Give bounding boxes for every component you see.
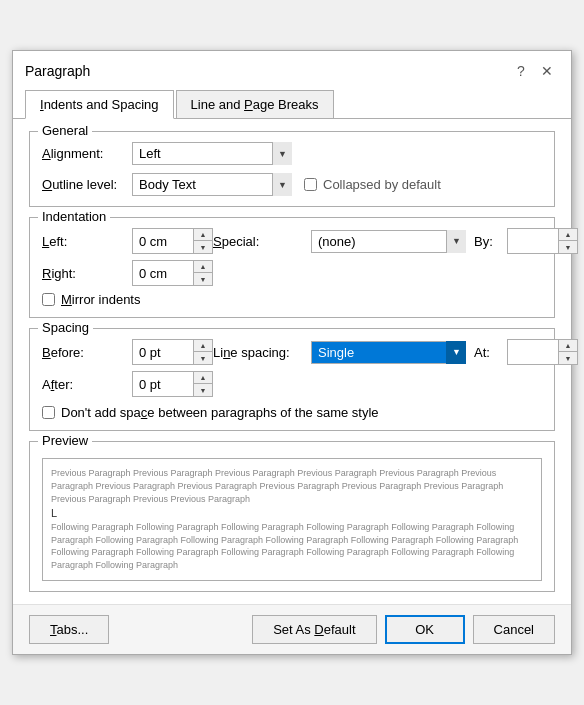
- dont-add-space-label: Don't add space between paragraphs of th…: [61, 405, 379, 420]
- indentation-grid: Left: ▲ ▼ Special: (none): [42, 228, 542, 286]
- dialog-content: General Alignment: Left Centered Right J…: [13, 119, 571, 603]
- indent-left-input[interactable]: [133, 229, 193, 253]
- indent-left-buttons: ▲ ▼: [193, 229, 212, 253]
- line-spacing-select-wrapper: Single 1.5 lines Double At least Exactly…: [311, 341, 466, 364]
- set-as-default-button[interactable]: Set As Default: [252, 615, 376, 644]
- general-title: General: [38, 123, 92, 138]
- alignment-select-wrapper: Left Centered Right Justified ▼: [132, 142, 292, 165]
- spacing-title: Spacing: [38, 320, 93, 335]
- tab-indents-spacing[interactable]: Indents and Spacing: [25, 90, 174, 119]
- spacing-section: Spacing Before: ▲ ▼ Line spacing:: [29, 328, 555, 431]
- spacing-before-up[interactable]: ▲: [194, 340, 212, 352]
- preview-title: Preview: [38, 433, 92, 448]
- spacing-after-up[interactable]: ▲: [194, 372, 212, 384]
- indentation-title: Indentation: [38, 209, 110, 224]
- at-buttons: ▲ ▼: [558, 340, 577, 364]
- outline-label: Outline level:: [42, 177, 132, 192]
- special-label: Special:: [213, 234, 303, 249]
- mirror-indents-label: Mirror indents: [61, 292, 140, 307]
- spacing-before-spinner: ▲ ▼: [132, 339, 213, 365]
- indent-left-down[interactable]: ▼: [194, 241, 212, 253]
- indent-left-up[interactable]: ▲: [194, 229, 212, 241]
- dialog-title: Paragraph: [25, 63, 90, 79]
- line-spacing-select[interactable]: Single 1.5 lines Double At least Exactly…: [311, 341, 466, 364]
- at-label: At:: [474, 345, 499, 360]
- line-spacing-row: Line spacing: Single 1.5 lines Double At…: [213, 339, 578, 365]
- spacing-before-row: Before: ▲ ▼: [42, 339, 213, 365]
- spacing-after-label: After:: [42, 377, 132, 392]
- tabs-row: Indents and Spacing Line and Page Breaks: [13, 89, 571, 119]
- indent-right-down[interactable]: ▼: [194, 273, 212, 285]
- preview-following-text: Following Paragraph Following Paragraph …: [51, 521, 533, 571]
- by-down[interactable]: ▼: [559, 241, 577, 253]
- general-section: General Alignment: Left Centered Right J…: [29, 131, 555, 207]
- title-bar-left: Paragraph: [25, 63, 90, 79]
- spacing-before-input[interactable]: [133, 340, 193, 364]
- line-spacing-label: Line spacing:: [213, 345, 303, 360]
- footer-buttons: Tabs... Set As Default OK Cancel: [13, 604, 571, 654]
- indent-right-up[interactable]: ▲: [194, 261, 212, 273]
- indent-right-spinner: ▲ ▼: [132, 260, 213, 286]
- close-button[interactable]: ✕: [535, 59, 559, 83]
- alignment-label: Alignment:: [42, 146, 132, 161]
- ok-button[interactable]: OK: [385, 615, 465, 644]
- preview-marker: L: [51, 507, 533, 519]
- indent-right-row: Right: ▲ ▼: [42, 260, 213, 286]
- cancel-button[interactable]: Cancel: [473, 615, 555, 644]
- preview-box: Previous Paragraph Previous Paragraph Pr…: [42, 458, 542, 580]
- tab-line-page-breaks-label: Line and Page Breaks: [191, 97, 319, 112]
- spacing-grid: Before: ▲ ▼ Line spacing: Single: [42, 339, 542, 397]
- tab-line-page-breaks[interactable]: Line and Page Breaks: [176, 90, 334, 119]
- outline-select[interactable]: Body Text Level 1 Level 2 Level 3: [132, 173, 292, 196]
- spacing-before-down[interactable]: ▼: [194, 352, 212, 364]
- special-select-wrapper: (none) First line Hanging ▼: [311, 230, 466, 253]
- mirror-indents-row: Mirror indents: [42, 292, 542, 307]
- spacing-before-label: Before:: [42, 345, 132, 360]
- at-up[interactable]: ▲: [559, 340, 577, 352]
- dont-add-space-row: Don't add space between paragraphs of th…: [42, 405, 542, 420]
- alignment-row: Alignment: Left Centered Right Justified…: [42, 142, 542, 165]
- spacing-after-buttons: ▲ ▼: [193, 372, 212, 396]
- tab-indents-spacing-label: Indents and Spacing: [40, 97, 159, 112]
- preview-previous-text: Previous Paragraph Previous Paragraph Pr…: [51, 467, 533, 505]
- outline-select-wrapper: Body Text Level 1 Level 2 Level 3 ▼: [132, 173, 292, 196]
- collapsed-wrapper: Collapsed by default: [304, 177, 441, 192]
- dont-add-space-checkbox[interactable]: [42, 406, 55, 419]
- special-row: Special: (none) First line Hanging ▼ By:: [213, 228, 578, 254]
- paragraph-dialog: Paragraph ? ✕ Indents and Spacing Line a…: [12, 50, 572, 654]
- title-actions: ? ✕: [509, 59, 559, 83]
- spacing-after-spinner: ▲ ▼: [132, 371, 213, 397]
- preview-section: Preview Previous Paragraph Previous Para…: [29, 441, 555, 591]
- outline-level-row: Outline level: Body Text Level 1 Level 2…: [42, 173, 542, 196]
- title-bar: Paragraph ? ✕: [13, 51, 571, 89]
- spacing-after-row: After: ▲ ▼: [42, 371, 213, 397]
- by-input[interactable]: [508, 229, 558, 253]
- mirror-indents-checkbox[interactable]: [42, 293, 55, 306]
- by-up[interactable]: ▲: [559, 229, 577, 241]
- indent-right-buttons: ▲ ▼: [193, 261, 212, 285]
- collapsed-label: Collapsed by default: [323, 177, 441, 192]
- at-down[interactable]: ▼: [559, 352, 577, 364]
- alignment-select[interactable]: Left Centered Right Justified: [132, 142, 292, 165]
- tabs-button[interactable]: Tabs...: [29, 615, 109, 644]
- indent-right-label: Right:: [42, 266, 132, 281]
- by-buttons: ▲ ▼: [558, 229, 577, 253]
- indent-left-label: Left:: [42, 234, 132, 249]
- at-spinner: ▲ ▼: [507, 339, 578, 365]
- special-select[interactable]: (none) First line Hanging: [311, 230, 466, 253]
- indentation-section: Indentation Left: ▲ ▼ Special:: [29, 217, 555, 318]
- spacing-after-input[interactable]: [133, 372, 193, 396]
- indent-left-row: Left: ▲ ▼: [42, 228, 213, 254]
- at-input[interactable]: [508, 340, 558, 364]
- by-label: By:: [474, 234, 499, 249]
- footer-right: Set As Default OK Cancel: [252, 615, 555, 644]
- indent-left-spinner: ▲ ▼: [132, 228, 213, 254]
- indent-right-input[interactable]: [133, 261, 193, 285]
- help-button[interactable]: ?: [509, 59, 533, 83]
- spacing-after-down[interactable]: ▼: [194, 384, 212, 396]
- collapsed-checkbox[interactable]: [304, 178, 317, 191]
- by-spinner: ▲ ▼: [507, 228, 578, 254]
- spacing-before-buttons: ▲ ▼: [193, 340, 212, 364]
